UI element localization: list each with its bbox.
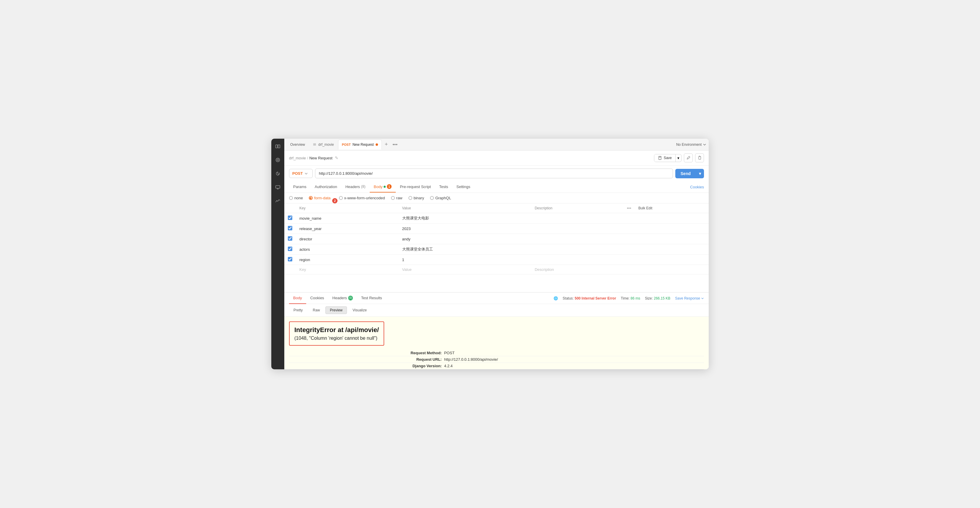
preview-tab-preview[interactable]: Preview bbox=[325, 306, 347, 314]
status-code: 500 Internal Server Error bbox=[575, 296, 616, 300]
tab-authorization[interactable]: Authorization bbox=[310, 182, 341, 193]
size-info: Size: 266.15 KB bbox=[645, 296, 670, 300]
send-button[interactable]: Send bbox=[675, 169, 696, 178]
row-checkbox[interactable] bbox=[288, 247, 292, 251]
table-more-dots[interactable]: ••• bbox=[627, 206, 631, 210]
send-dropdown-caret[interactable]: ▾ bbox=[696, 169, 704, 178]
radio-none-circle bbox=[289, 196, 293, 200]
body-type-bar: none form-data 2 x-www-form-urlencoded r… bbox=[284, 193, 709, 204]
edit-icon-btn[interactable] bbox=[684, 153, 693, 162]
error-box: IntegrityError at /api/movie/ (1048, "Co… bbox=[289, 322, 384, 346]
form-data-table: Key Value Description ••• Bulk Edit movi… bbox=[284, 204, 709, 293]
breadcrumb-edit-icon[interactable]: ✎ bbox=[335, 156, 338, 160]
method-selector[interactable]: POST bbox=[289, 169, 313, 178]
row-description bbox=[531, 234, 623, 244]
row-key: director bbox=[296, 234, 399, 244]
url-bar: POST Send ▾ bbox=[284, 166, 709, 181]
new-key-placeholder: Key bbox=[299, 267, 306, 272]
row-value: 大熊课堂全体员工 bbox=[399, 244, 531, 255]
radio-urlencoded[interactable]: x-www-form-urlencoded bbox=[339, 196, 385, 200]
table-row: director andy bbox=[284, 234, 709, 244]
radio-form-data[interactable]: form-data bbox=[309, 196, 331, 200]
sidebar bbox=[271, 139, 284, 369]
tab-headers[interactable]: Headers (8) bbox=[341, 182, 370, 193]
tab-body[interactable]: Body 1 bbox=[370, 181, 396, 193]
row-checkbox[interactable] bbox=[288, 257, 292, 261]
resp-tab-body[interactable]: Body bbox=[289, 293, 306, 304]
error-title: IntegrityError at /api/movie/ bbox=[294, 326, 379, 334]
tab-overview[interactable]: Overview bbox=[287, 140, 309, 150]
svg-rect-7 bbox=[659, 156, 661, 159]
svg-rect-0 bbox=[276, 145, 277, 148]
sidebar-icon-collection[interactable] bbox=[274, 142, 282, 151]
globe-icon: 🌐 bbox=[554, 296, 558, 300]
environment-selector[interactable]: No Environment bbox=[676, 143, 706, 147]
row-value: 2023 bbox=[399, 223, 531, 234]
meta-label: Request URL: bbox=[289, 356, 444, 363]
meta-table: Request Method: POST Request URL: http:/… bbox=[289, 350, 704, 369]
row-key: release_year bbox=[296, 223, 399, 234]
breadcrumb-request: New Request bbox=[309, 156, 332, 160]
url-input[interactable] bbox=[315, 169, 673, 178]
tab-post-request[interactable]: POST New Request bbox=[338, 140, 382, 150]
meta-row: Django Version: 4.2.4 bbox=[289, 363, 704, 369]
status-label: Status: 500 Internal Server Error bbox=[563, 296, 616, 300]
tab-pre-request[interactable]: Pre-request Script bbox=[396, 182, 435, 193]
tab-params[interactable]: Params bbox=[289, 182, 310, 193]
row-checkbox[interactable] bbox=[288, 226, 292, 230]
meta-label: Django Version: bbox=[289, 363, 444, 369]
row-checkbox[interactable] bbox=[288, 215, 292, 220]
tab-settings[interactable]: Settings bbox=[452, 182, 474, 193]
resp-headers-count: (9) bbox=[348, 296, 353, 300]
meta-value: 4.2.4 bbox=[444, 363, 704, 369]
save-dropdown-caret[interactable]: ▾ bbox=[675, 154, 681, 162]
radio-none[interactable]: none bbox=[289, 196, 303, 200]
radio-binary[interactable]: binary bbox=[409, 196, 424, 200]
table-row: release_year 2023 bbox=[284, 223, 709, 234]
preview-tab-raw[interactable]: Raw bbox=[308, 306, 324, 314]
clipboard-icon-btn[interactable] bbox=[695, 153, 704, 162]
send-label: Send bbox=[681, 171, 690, 176]
tab-tests[interactable]: Tests bbox=[435, 182, 452, 193]
method-label: POST bbox=[292, 171, 302, 176]
request-header: drf_movie / New Request ✎ Save ▾ bbox=[284, 151, 709, 166]
table-row: region 1 bbox=[284, 255, 709, 265]
breadcrumb-collection: drf_movie bbox=[289, 156, 306, 160]
save-response-button[interactable]: Save Response bbox=[675, 296, 704, 300]
row-checkbox[interactable] bbox=[288, 236, 292, 241]
breadcrumb: drf_movie / New Request ✎ bbox=[289, 156, 652, 160]
preview-tab-visualize[interactable]: Visualize bbox=[348, 306, 371, 314]
resp-tab-cookies[interactable]: Cookies bbox=[306, 293, 328, 304]
form-data-badge: 2 bbox=[332, 198, 337, 204]
row-value: andy bbox=[399, 234, 531, 244]
preview-tab-pretty[interactable]: Pretty bbox=[289, 306, 307, 314]
tab-collection[interactable]: drf_movie bbox=[309, 140, 337, 150]
resp-tab-test-results[interactable]: Test Results bbox=[357, 293, 386, 304]
tab-add-button[interactable]: + bbox=[382, 141, 390, 148]
env-label: No Environment bbox=[676, 143, 702, 147]
row-key: movie_name bbox=[296, 213, 399, 223]
tab-more-button[interactable]: ••• bbox=[391, 142, 399, 147]
resp-tab-headers[interactable]: Headers (9) bbox=[328, 293, 357, 304]
response-body: IntegrityError at /api/movie/ (1048, "Co… bbox=[284, 317, 709, 369]
sidebar-icon-history[interactable] bbox=[274, 169, 282, 178]
sidebar-icon-performance[interactable] bbox=[274, 197, 282, 205]
sidebar-icon-monitor[interactable] bbox=[274, 183, 282, 191]
radio-raw[interactable]: raw bbox=[391, 196, 402, 200]
preview-tabs-bar: Pretty Raw Preview Visualize bbox=[284, 304, 709, 317]
table-new-row: Key Value Description bbox=[284, 265, 709, 274]
bulk-edit-button[interactable]: Bulk Edit bbox=[638, 206, 705, 210]
row-value: 1 bbox=[399, 255, 531, 265]
cookies-link[interactable]: Cookies bbox=[690, 185, 704, 189]
response-section: Body Cookies Headers (9) Test Results 🌐 … bbox=[284, 293, 709, 369]
table-row: actors 大熊课堂全体员工 bbox=[284, 244, 709, 255]
radio-graphql[interactable]: GraphQL bbox=[430, 196, 451, 200]
save-button[interactable]: Save bbox=[654, 154, 675, 162]
svg-rect-9 bbox=[698, 156, 701, 159]
tab-request-label: New Request bbox=[353, 143, 374, 147]
error-detail: (1048, "Column 'region' cannot be null") bbox=[294, 336, 379, 341]
radio-urlencoded-circle bbox=[339, 196, 343, 200]
radio-graphql-circle bbox=[430, 196, 434, 200]
response-status: 🌐 Status: 500 Internal Server Error Time… bbox=[554, 296, 704, 300]
sidebar-icon-environment[interactable] bbox=[274, 156, 282, 164]
